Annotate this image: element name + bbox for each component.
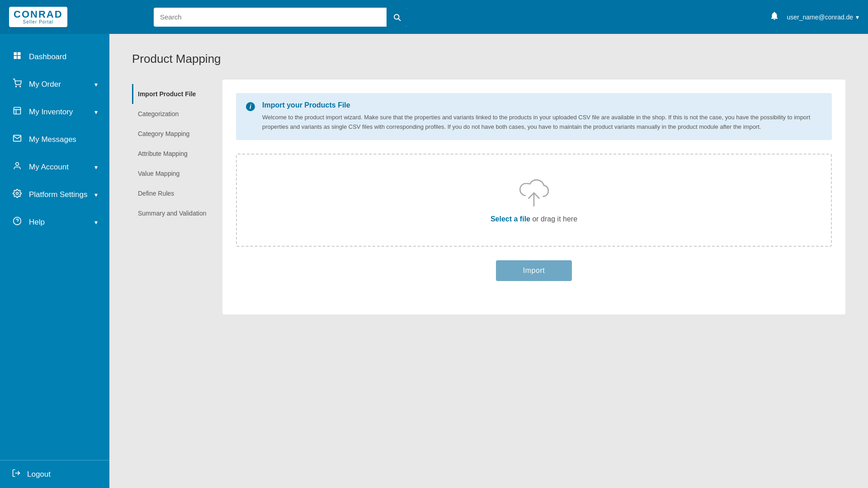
sidebar-item-platform-settings[interactable]: Platform Settings ▾ bbox=[0, 181, 109, 208]
logout-label: Logout bbox=[27, 470, 51, 479]
user-menu[interactable]: user_name@conrad.de ▾ bbox=[787, 14, 859, 21]
svg-rect-8 bbox=[14, 108, 21, 114]
my-inventory-icon bbox=[12, 106, 23, 117]
step-value-mapping[interactable]: Value Mapping bbox=[132, 164, 222, 183]
upload-suffix: or drag it here bbox=[530, 215, 577, 223]
sidebar-item-my-account[interactable]: My Account ▾ bbox=[0, 153, 109, 181]
my-account-icon bbox=[12, 161, 23, 173]
upload-text: Select a file or drag it here bbox=[491, 215, 577, 223]
product-mapping-layout: Import Product File Categorization Categ… bbox=[132, 80, 845, 314]
header-right: user_name@conrad.de ▾ bbox=[769, 11, 859, 23]
my-messages-icon bbox=[12, 134, 23, 145]
sidebar: Dashboard My Order ▾ My Inventory ▾ My M… bbox=[0, 34, 109, 488]
info-content: Import your Products File Welcome to the… bbox=[262, 101, 823, 132]
step-categorization[interactable]: Categorization bbox=[132, 104, 222, 124]
svg-point-0 bbox=[394, 14, 399, 19]
chevron-down-icon: ▾ bbox=[94, 191, 98, 198]
chevron-down-icon: ▾ bbox=[94, 219, 98, 226]
import-card: i Import your Products File Welcome to t… bbox=[222, 80, 845, 314]
step-import-product-file[interactable]: Import Product File bbox=[132, 84, 222, 104]
logo-main-text: CONRAD bbox=[14, 9, 63, 19]
logo-sub-text: Seller Portal bbox=[23, 19, 53, 24]
step-define-rules[interactable]: Define Rules bbox=[132, 183, 222, 203]
info-icon: i bbox=[245, 101, 256, 132]
logo-area: CONRAD Seller Portal bbox=[9, 7, 118, 27]
step-category-mapping[interactable]: Category Mapping bbox=[132, 124, 222, 144]
chevron-down-icon: ▾ bbox=[94, 164, 98, 171]
svg-rect-5 bbox=[18, 56, 21, 59]
sidebar-item-label: My Messages bbox=[29, 135, 76, 144]
platform-settings-icon bbox=[12, 189, 23, 200]
help-icon bbox=[12, 216, 23, 228]
sidebar-spacer bbox=[0, 236, 109, 460]
svg-rect-3 bbox=[18, 52, 21, 56]
info-text: Welcome to the product import wizard. Ma… bbox=[262, 113, 823, 132]
chevron-down-icon: ▾ bbox=[94, 81, 98, 88]
search-input[interactable] bbox=[154, 8, 407, 27]
page-title: Product Mapping bbox=[132, 52, 845, 66]
search-icon bbox=[393, 13, 401, 21]
sidebar-item-label: Platform Settings bbox=[29, 190, 87, 199]
sidebar-item-my-order[interactable]: My Order ▾ bbox=[0, 70, 109, 98]
import-button[interactable]: Import bbox=[496, 260, 572, 281]
svg-point-12 bbox=[16, 192, 19, 195]
user-email: user_name@conrad.de bbox=[787, 14, 853, 21]
sidebar-item-help[interactable]: Help ▾ bbox=[0, 208, 109, 236]
logo-box: CONRAD Seller Portal bbox=[9, 7, 67, 27]
info-box: i Import your Products File Welcome to t… bbox=[236, 93, 832, 140]
sidebar-item-my-inventory[interactable]: My Inventory ▾ bbox=[0, 98, 109, 126]
svg-point-11 bbox=[16, 163, 19, 166]
sidebar-item-label: Help bbox=[29, 218, 45, 227]
search-button[interactable] bbox=[387, 8, 407, 27]
steps-panel: Import Product File Categorization Categ… bbox=[132, 80, 222, 314]
notification-bell-icon[interactable] bbox=[769, 11, 779, 23]
svg-rect-4 bbox=[14, 56, 17, 59]
my-order-icon bbox=[12, 79, 23, 90]
step-attribute-mapping[interactable]: Attribute Mapping bbox=[132, 144, 222, 164]
sidebar-logout[interactable]: Logout bbox=[0, 460, 109, 488]
sidebar-item-label: My Inventory bbox=[29, 108, 73, 117]
sidebar-item-label: My Order bbox=[29, 80, 61, 89]
select-file-link[interactable]: Select a file bbox=[491, 215, 530, 223]
search-area bbox=[154, 8, 407, 27]
cloud-upload-icon bbox=[516, 177, 552, 209]
upload-area[interactable]: Select a file or drag it here bbox=[236, 154, 832, 247]
header: CONRAD Seller Portal user_name@conrad.de… bbox=[0, 0, 868, 34]
svg-point-6 bbox=[16, 86, 17, 87]
svg-rect-2 bbox=[14, 52, 17, 56]
dashboard-icon bbox=[12, 51, 23, 62]
svg-line-1 bbox=[398, 19, 400, 20]
main-layout: Dashboard My Order ▾ My Inventory ▾ My M… bbox=[0, 34, 868, 488]
step-summary-and-validation[interactable]: Summary and Validation bbox=[132, 203, 222, 223]
sidebar-item-my-messages[interactable]: My Messages bbox=[0, 126, 109, 153]
sidebar-item-dashboard[interactable]: Dashboard bbox=[0, 43, 109, 70]
chevron-down-icon: ▾ bbox=[94, 108, 98, 116]
logout-icon bbox=[12, 469, 21, 480]
svg-point-7 bbox=[20, 86, 21, 87]
content-area: Product Mapping Import Product File Cate… bbox=[109, 34, 868, 488]
sidebar-item-label: Dashboard bbox=[29, 52, 66, 61]
sidebar-item-label: My Account bbox=[29, 163, 69, 172]
info-title: Import your Products File bbox=[262, 101, 823, 109]
user-menu-chevron-icon: ▾ bbox=[856, 14, 859, 21]
